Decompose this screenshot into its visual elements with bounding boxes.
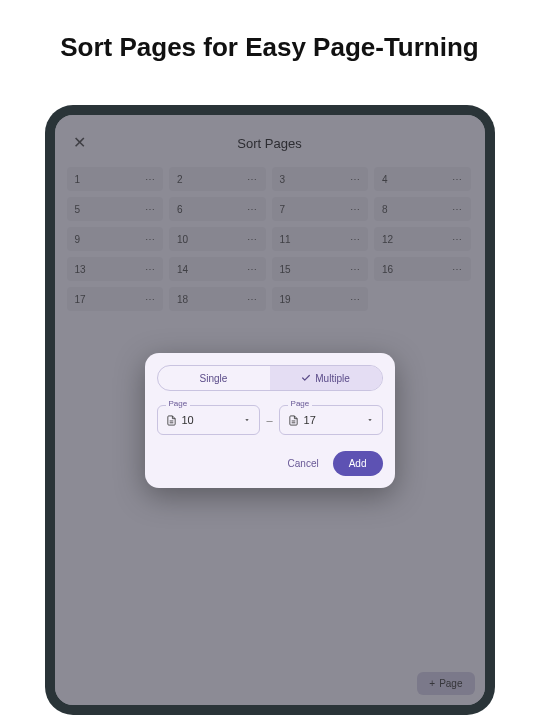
chevron-down-icon	[366, 416, 374, 424]
cancel-button[interactable]: Cancel	[288, 458, 319, 469]
page-range-modal: Single Multiple Page 10 – Page	[145, 353, 395, 488]
segmented-control: Single Multiple	[157, 365, 383, 391]
segment-multiple[interactable]: Multiple	[270, 366, 382, 390]
page-from-value: 10	[182, 414, 244, 426]
page-to-value: 17	[304, 414, 366, 426]
document-icon	[288, 415, 299, 426]
check-icon	[301, 373, 311, 383]
page-from-label: Page	[166, 399, 191, 408]
page-from-select[interactable]: Page 10	[157, 405, 261, 435]
tablet-frame: ✕ Sort Pages 1⋯2⋯3⋯4⋯5⋯6⋯7⋯8⋯9⋯10⋯11⋯12⋯…	[45, 105, 495, 715]
page-range-row: Page 10 – Page 17	[157, 405, 383, 435]
segment-single[interactable]: Single	[158, 366, 270, 390]
document-icon	[166, 415, 177, 426]
segment-single-label: Single	[200, 373, 228, 384]
segment-multiple-label: Multiple	[315, 373, 349, 384]
page-to-select[interactable]: Page 17	[279, 405, 383, 435]
page-to-label: Page	[288, 399, 313, 408]
tablet-screen: ✕ Sort Pages 1⋯2⋯3⋯4⋯5⋯6⋯7⋯8⋯9⋯10⋯11⋯12⋯…	[55, 115, 485, 705]
page-heading: Sort Pages for Easy Page-Turning	[0, 0, 539, 83]
add-button[interactable]: Add	[333, 451, 383, 476]
chevron-down-icon	[243, 416, 251, 424]
range-separator: –	[266, 414, 272, 426]
modal-actions: Cancel Add	[157, 451, 383, 476]
